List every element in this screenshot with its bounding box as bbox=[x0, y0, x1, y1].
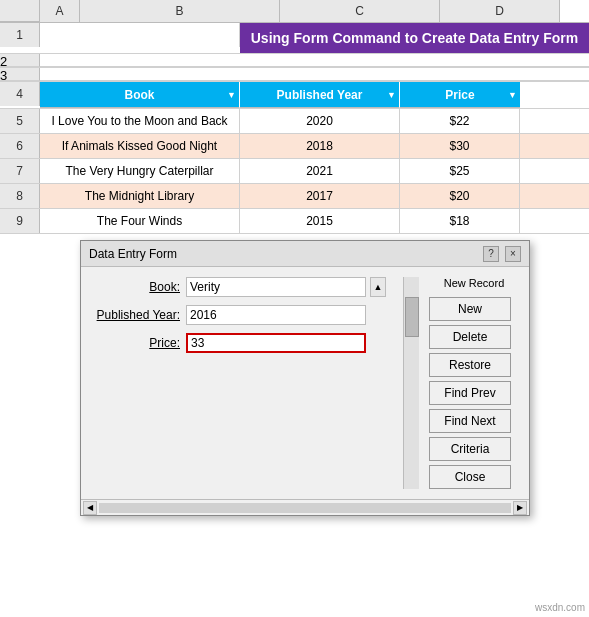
row-num-6: 6 bbox=[0, 134, 40, 158]
table-row: 9 The Four Winds 2015 $18 bbox=[0, 209, 589, 234]
price-8: $20 bbox=[449, 189, 469, 203]
row-3: 3 bbox=[0, 68, 589, 82]
cell-6c: 2018 bbox=[240, 134, 400, 158]
book-input-wrap: ▲ bbox=[186, 277, 393, 297]
dialog-title: Data Entry Form bbox=[89, 247, 177, 261]
col-headers: A B C D bbox=[0, 0, 589, 23]
row-2: 2 bbox=[0, 54, 589, 68]
book-5: I Love You to the Moon and Back bbox=[51, 114, 227, 128]
table-header-row: 4 Book ▼ Published Year ▼ Price ▼ bbox=[0, 82, 589, 109]
filter-icon-price[interactable]: ▼ bbox=[508, 90, 517, 100]
row-num-2: 2 bbox=[0, 54, 40, 67]
year-5: 2020 bbox=[306, 114, 333, 128]
price-6: $30 bbox=[449, 139, 469, 153]
row-num-3: 3 bbox=[0, 68, 40, 81]
year-input[interactable] bbox=[186, 305, 366, 325]
scroll-thumb[interactable] bbox=[405, 297, 419, 337]
price-input[interactable] bbox=[186, 333, 366, 353]
col-header-c: C bbox=[280, 0, 440, 22]
filter-icon-year[interactable]: ▼ bbox=[387, 90, 396, 100]
find-prev-button[interactable]: Find Prev bbox=[429, 381, 511, 405]
table-row: 8 The Midnight Library 2017 $20 bbox=[0, 184, 589, 209]
restore-button-label: Restore bbox=[449, 358, 491, 372]
new-button-label: New bbox=[458, 302, 482, 316]
dialog-titlebar: Data Entry Form ? × bbox=[81, 241, 529, 267]
table-row: 7 The Very Hungry Caterpillar 2021 $25 bbox=[0, 159, 589, 184]
col-header-b: B bbox=[80, 0, 280, 22]
corner-cell bbox=[0, 0, 40, 22]
hscroll-left[interactable]: ◀ bbox=[83, 501, 97, 515]
price-label: Price: bbox=[91, 336, 186, 350]
book-label: Book: bbox=[91, 280, 186, 294]
book-scroll-up[interactable]: ▲ bbox=[370, 277, 386, 297]
row-num-8: 8 bbox=[0, 184, 40, 208]
watermark: wsxdn.com bbox=[535, 602, 585, 613]
find-prev-label: Find Prev bbox=[444, 386, 495, 400]
dialog-controls: ? × bbox=[483, 246, 521, 262]
empty-row-3 bbox=[40, 68, 589, 81]
cell-6b: If Animals Kissed Good Night bbox=[40, 134, 240, 158]
book-input[interactable] bbox=[186, 277, 366, 297]
row-1: 1 Using Form Command to Create Data Entr… bbox=[0, 23, 589, 54]
col-header-d: D bbox=[440, 0, 560, 22]
new-button[interactable]: New bbox=[429, 297, 511, 321]
table-row: 6 If Animals Kissed Good Night 2018 $30 bbox=[0, 134, 589, 159]
price-label-text: Price: bbox=[149, 336, 180, 350]
cell-5d: $22 bbox=[400, 109, 520, 133]
year-6: 2018 bbox=[306, 139, 333, 153]
cell-5c: 2020 bbox=[240, 109, 400, 133]
dialog-close-button[interactable]: × bbox=[505, 246, 521, 262]
header-price: Price ▼ bbox=[400, 82, 520, 108]
cell-7b: The Very Hungry Caterpillar bbox=[40, 159, 240, 183]
book-8: The Midnight Library bbox=[85, 189, 194, 203]
cell-9c: 2015 bbox=[240, 209, 400, 233]
row-num-5: 5 bbox=[0, 109, 40, 133]
close-label: Close bbox=[455, 470, 486, 484]
dialog-scrollbar bbox=[403, 277, 419, 489]
row-num-9: 9 bbox=[0, 209, 40, 233]
hscroll-track[interactable] bbox=[99, 503, 511, 513]
header-book: Book ▼ bbox=[40, 82, 240, 108]
title-text: Using Form Command to Create Data Entry … bbox=[251, 30, 579, 46]
delete-button-label: Delete bbox=[453, 330, 488, 344]
cell-8d: $20 bbox=[400, 184, 520, 208]
year-9: 2015 bbox=[306, 214, 333, 228]
restore-button[interactable]: Restore bbox=[429, 353, 511, 377]
spreadsheet: A B C D 1 Using Form Command to Create D… bbox=[0, 0, 589, 234]
close-button[interactable]: Close bbox=[429, 465, 511, 489]
find-next-button[interactable]: Find Next bbox=[429, 409, 511, 433]
book-9: The Four Winds bbox=[97, 214, 182, 228]
row-num-4: 4 bbox=[0, 82, 40, 106]
data-entry-dialog: Data Entry Form ? × Book: ▲ Publis bbox=[80, 240, 530, 516]
dialog-fields: Book: ▲ Published Year: Price: bbox=[91, 277, 393, 489]
price-input-wrap bbox=[186, 333, 393, 353]
year-8: 2017 bbox=[306, 189, 333, 203]
find-next-label: Find Next bbox=[444, 414, 495, 428]
price-field-row: Price: bbox=[91, 333, 393, 353]
delete-button[interactable]: Delete bbox=[429, 325, 511, 349]
year-7: 2021 bbox=[306, 164, 333, 178]
hscroll-right[interactable]: ▶ bbox=[513, 501, 527, 515]
dialog-hscroll: ◀ ▶ bbox=[81, 499, 529, 515]
cell-6d: $30 bbox=[400, 134, 520, 158]
new-record-label: New Record bbox=[429, 277, 519, 289]
dialog-actions: New Record New Delete Restore Find Prev … bbox=[429, 277, 519, 489]
cell-9b: The Four Winds bbox=[40, 209, 240, 233]
year-label: Published Year: bbox=[91, 308, 186, 322]
book-field-row: Book: ▲ bbox=[91, 277, 393, 297]
filter-icon-book[interactable]: ▼ bbox=[227, 90, 236, 100]
header-year-text: Published Year bbox=[277, 88, 363, 102]
criteria-button[interactable]: Criteria bbox=[429, 437, 511, 461]
price-5: $22 bbox=[449, 114, 469, 128]
cell-8c: 2017 bbox=[240, 184, 400, 208]
year-label-text: Published Year: bbox=[97, 308, 180, 322]
year-input-wrap bbox=[186, 305, 393, 325]
price-9: $18 bbox=[449, 214, 469, 228]
cell-7c: 2021 bbox=[240, 159, 400, 183]
book-6: If Animals Kissed Good Night bbox=[62, 139, 217, 153]
table-row: 5 I Love You to the Moon and Back 2020 $… bbox=[0, 109, 589, 134]
dialog-help-button[interactable]: ? bbox=[483, 246, 499, 262]
cell-1a bbox=[40, 23, 240, 47]
cell-8b: The Midnight Library bbox=[40, 184, 240, 208]
book-label-text: Book: bbox=[149, 280, 180, 294]
